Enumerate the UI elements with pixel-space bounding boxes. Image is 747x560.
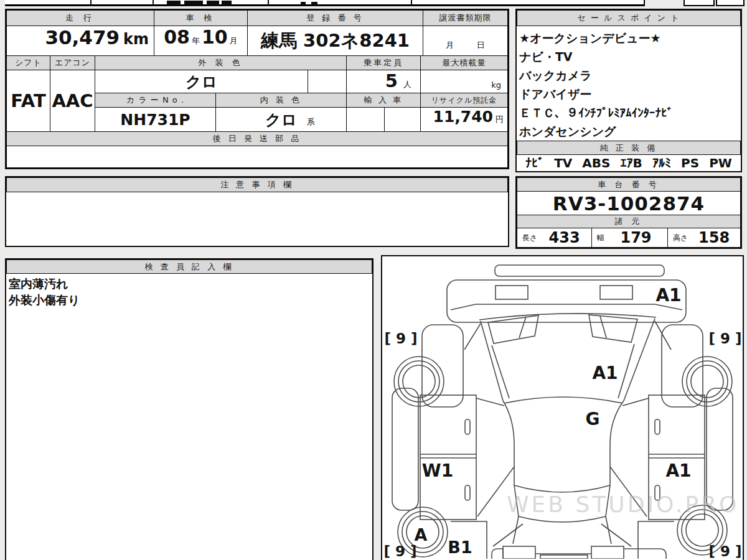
capacity-value: 5 人 [346,70,421,93]
shift-value: FAT [6,70,50,132]
chassis-number-value: RV3-1002874 [517,191,741,215]
list-item: ドアバイザー [519,85,740,103]
car-front-bumper [447,280,686,322]
exterior-color-header: 外 装 色 [95,55,347,70]
list-item: ホンダセンシング [519,122,740,139]
car-rear-right-quarter [638,521,674,559]
tire-mark-rear-right: [ 9 ] [708,543,741,559]
wheel-front-right [682,357,732,406]
inspector-notes-header: 検 査 員 記 入 欄 [6,259,372,274]
spec-length-cell: 長さ 433 [517,228,592,248]
grade-rear-left-wheel: A [415,525,428,544]
car-front-bar [495,265,664,276]
shift-header: シフト [6,55,50,70]
auction-sheet: { "colors": {"header_bg": "#d9d9d9", "bo… [0,0,747,560]
tire-mark-front-left: [ 9 ] [384,330,417,347]
list-item: 外装小傷有り [9,292,370,308]
car-left-doors [420,395,476,520]
list-item: PS [681,156,699,170]
sales-points-box: セ ー ル ス ポ イ ン ト ★オークションデビュー★ナビ・TVバックカメラド… [515,9,742,172]
grade-windshield: G [586,409,600,429]
right-door-handle-rear [655,485,660,500]
import-value-cell-1 [346,107,385,132]
grade-right-door: A1 [665,460,691,481]
specs-header: 諸 元 [517,215,741,228]
spec-width-cell: 幅 179 [591,228,668,248]
chassis-number-header: 車 台 番 号 [517,177,741,192]
sales-points-list: ★オークションデビュー★ナビ・TVバックカメラドアバイザーＥＴＣ、９ｲﾝﾁﾌﾟﾚ… [519,29,740,139]
chassis-specs-box: 車 台 番 号 RV3-1002874 諸 元 長さ 433 幅 179 高さ … [515,176,742,249]
shaken-value: 08 年 10 月 [154,26,248,56]
list-item: 室内薄汚れ [9,276,370,292]
grade-hood: A1 [592,363,618,383]
later-parts-header: 後 日 発 送 部 品 [6,131,508,146]
wheel-front-left [394,357,444,406]
cropped-row-remnant [5,0,645,6]
caution-notes-box: 注 意 事 項 欄 [5,176,509,247]
list-item: TV [554,156,572,170]
list-item: PW [709,156,732,170]
car-diagram-box: A1 A1 G W1 A1 A B1 [ 9 ] [ 9 ] [ 9 ] [ 9… [381,255,744,560]
sales-points-header: セ ー ル ス ポ イ ン ト [517,10,741,26]
color-no-header: カ ラ ー N o . [95,93,216,108]
spec-height-cell: 高さ 158 [667,228,741,248]
car-left-sill [392,388,418,510]
mileage-value: 30,479 km [6,26,154,56]
registration-header: 登 録 番 号 [247,10,423,26]
cropped-cell-remnant [684,0,715,6]
list-item: バックカメラ [519,66,740,85]
right-door-handle-front [655,419,660,434]
genuine-equipment-list: ﾅﾋﾞTVABSｴｱBｱﾙﾐPSPW [517,155,741,171]
max-load-value: kg [420,70,508,93]
color-no-value: NH731P [95,107,216,132]
cropped-cell-remnant [716,0,745,6]
car-outline-diagram: A1 A1 G W1 A1 A B1 [ 9 ] [ 9 ] [ 9 ] [ 9… [382,256,743,559]
later-parts-value [6,146,508,168]
list-item: ＥＴＣ、９ｲﾝﾁﾌﾟﾚﾐｱﾑｲﾝﾀｰﾅﾋﾞ [519,103,740,122]
transfer-deadline-header: 譲渡書類期限 [423,10,508,26]
list-item: ﾅﾋﾞ [525,156,544,170]
inspector-notes-lines: 室内薄汚れ外装小傷有り [9,276,370,308]
transfer-deadline-value: 月 日 [423,26,508,56]
aircon-header: エアコン [50,55,95,70]
import-header: 輸 入 車 [346,93,421,108]
max-load-header: 最大積載量 [420,55,508,70]
caution-notes-area [6,192,508,246]
left-door-handle-front [465,419,470,434]
registration-value: 練馬 302ネ8241 [247,26,423,56]
exterior-color-empty-cell [308,70,347,93]
grade-front-bumper: A1 [655,285,681,306]
inspector-notes-box: 検 査 員 記 入 欄 室内薄汚れ外装小傷有り [5,258,374,560]
list-item: ｱﾙﾐ [652,156,671,170]
list-item: ナビ・TV [519,47,740,66]
shaken-header: 車 検 [154,10,248,26]
interior-color-value: クロ 系 [215,107,347,132]
grade-left-door: W1 [422,460,453,481]
list-item: ★オークションデビュー★ [519,29,740,47]
grade-rear-left-quarter: B1 [448,538,472,557]
list-item: ｴｱB [621,156,642,170]
exterior-color-value: クロ [95,70,308,93]
list-item: ABS [582,156,610,170]
vehicle-data-table: 走 行 車 検 登 録 番 号 譲渡書類期限 30,479 km 08 年 10… [5,9,509,169]
caution-notes-header: 注 意 事 項 欄 [6,177,508,192]
capacity-header: 乗車定員 [346,55,421,70]
import-value-cell-2 [384,107,421,132]
tire-mark-rear-left: [ 9 ] [383,543,416,559]
interior-color-header: 内 装 色 [215,93,347,108]
left-door-handle-rear [465,485,470,500]
genuine-equipment-header: 純 正 装 備 [517,141,741,155]
mileage-header: 走 行 [6,10,154,26]
car-right-doors [649,395,705,520]
recycle-deposit-value: 11,740 円 [420,107,508,132]
tire-mark-front-right: [ 9 ] [708,330,741,347]
aircon-value: AAC [50,70,95,132]
recycle-deposit-header: リサイクル預託金 [420,93,508,108]
